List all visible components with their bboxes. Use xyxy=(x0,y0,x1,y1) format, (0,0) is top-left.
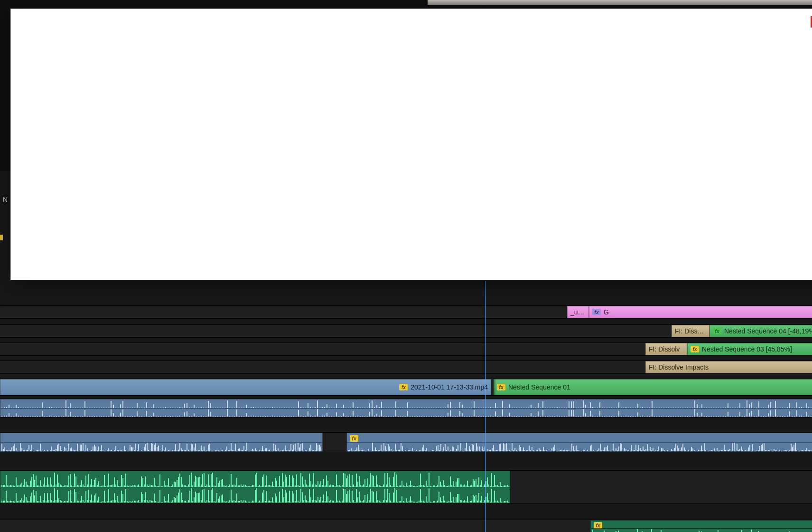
waveform xyxy=(347,442,812,451)
track-v2[interactable]: FI: Dissolve Impacts fx xyxy=(0,361,812,374)
track-a3[interactable] xyxy=(0,470,812,504)
transition-label: FI: Dissolve Impacts xyxy=(649,363,709,371)
clip-source-video[interactable]: fx 2021-10-01 17-13-33.mp4 xyxy=(0,379,491,395)
track-v3[interactable]: FI: Dissolv fx Nested Sequence 03 [45,85… xyxy=(0,342,812,356)
clip-label: Nested Sequence 04 [-48,19%] xyxy=(724,327,812,335)
waveform xyxy=(591,528,812,532)
audio-clip-a2-right[interactable]: fx xyxy=(346,433,812,452)
fx-badge-icon: fx xyxy=(594,522,602,529)
transition-dissolve[interactable]: FI: Dissolve xyxy=(672,325,709,337)
fx-badge-icon: fx xyxy=(713,328,721,334)
fx-badge-icon: fx xyxy=(497,384,505,390)
transition-dissolve-impacts[interactable]: FI: Dissolve Impacts xyxy=(645,361,812,373)
waveform xyxy=(0,487,510,503)
waveform xyxy=(0,408,812,417)
clip-pink-stub[interactable]: _uni.Sl xyxy=(567,306,589,318)
audio-clip-a4[interactable]: fx xyxy=(590,520,812,532)
track-v1[interactable]: fx 2021-10-01 17-13-33.mp4 fx Nested Seq… xyxy=(0,379,812,396)
audio-clip-a3[interactable] xyxy=(0,471,510,503)
waveform xyxy=(0,399,812,408)
audio-gap[interactable] xyxy=(323,433,346,452)
clip-label: Nested Sequence 01 xyxy=(508,383,570,391)
clip-in-handle[interactable] xyxy=(494,380,496,395)
clip-label: 2021-10-01 17-13-33.mp4 xyxy=(411,383,488,391)
fx-badge-icon: fx xyxy=(691,346,699,352)
track-a2[interactable]: fx xyxy=(0,432,812,452)
project-column-letter: N xyxy=(3,196,9,204)
transition-label: FI: Dissolv xyxy=(649,345,680,353)
clip-label: Nested Sequence 03 [45,85%] xyxy=(702,345,792,353)
fx-badge-icon: fx xyxy=(592,309,601,315)
transition-label: FI: Dissolve xyxy=(675,327,706,335)
timeline-panel[interactable]: _uni.Sl fx G FI: Dissolve fx Nested Sequ… xyxy=(0,281,812,532)
audio-clip-a2-left[interactable] xyxy=(0,433,323,452)
transition-dissolve[interactable]: FI: Dissolv xyxy=(645,343,687,355)
modal-dialog[interactable]: ✕ xyxy=(10,9,812,280)
track-a4[interactable]: fx xyxy=(0,520,812,532)
waveform xyxy=(0,442,322,451)
track-v4[interactable]: FI: Dissolve fx Nested Sequence 04 [-48,… xyxy=(0,324,812,338)
track-v5[interactable]: _uni.Sl fx G xyxy=(0,305,812,319)
clip-label: G xyxy=(604,308,609,316)
fx-badge-icon: fx xyxy=(399,384,408,390)
clip-nested-04[interactable]: fx Nested Sequence 04 [-48,19%] xyxy=(709,325,812,337)
clip-nested-01[interactable]: fx Nested Sequence 01 xyxy=(494,379,812,395)
track-a1[interactable] xyxy=(0,399,812,418)
playhead[interactable] xyxy=(485,281,485,532)
clip-label: _uni.Sl xyxy=(570,308,586,316)
clip-pink-main[interactable]: fx G xyxy=(589,306,812,318)
fx-badge-icon: fx xyxy=(350,435,358,442)
waveform xyxy=(0,471,510,487)
clip-nested-03[interactable]: fx Nested Sequence 03 [45,85%] xyxy=(687,343,812,355)
audio-clip-a1[interactable] xyxy=(0,399,812,417)
in-point-marker[interactable] xyxy=(0,235,3,240)
program-monitor-edge xyxy=(428,0,812,5)
